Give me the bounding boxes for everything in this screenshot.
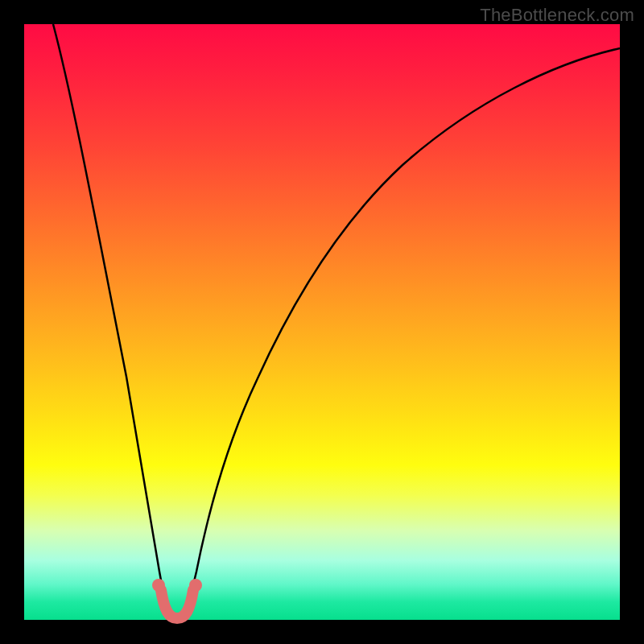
chart-svg bbox=[24, 24, 620, 620]
bottleneck-curve bbox=[53, 24, 620, 618]
chart-plot-area bbox=[24, 24, 620, 620]
highlight-trough-dot-right bbox=[189, 579, 202, 592]
highlight-trough-dot-left bbox=[152, 579, 165, 592]
highlight-trough bbox=[152, 579, 202, 618]
watermark-text: TheBottleneck.com bbox=[480, 5, 634, 26]
highlight-trough-path bbox=[161, 590, 193, 618]
